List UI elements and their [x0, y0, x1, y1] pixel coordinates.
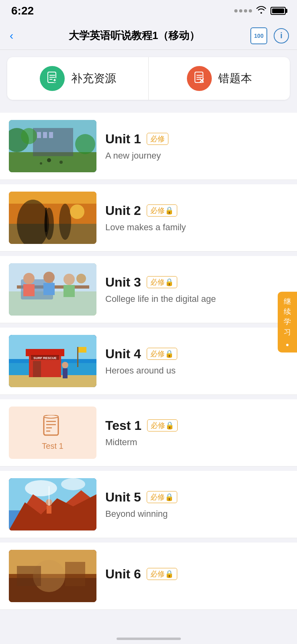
svg-point-57	[62, 362, 68, 368]
svg-rect-45	[63, 285, 75, 297]
unit5-thumbnail	[9, 478, 96, 530]
svg-point-39	[23, 273, 35, 284]
supplement-icon	[40, 66, 65, 91]
unit5-subtitle: Beyond winning	[105, 509, 168, 519]
unit6-name: Unit 6	[105, 567, 141, 582]
info-icon-label: i	[280, 31, 283, 40]
wifi-icon	[256, 6, 266, 16]
signal-dots-icon	[234, 9, 252, 12]
unit-item-unit5[interactable]: Unit 5 必修🔒 Beyond winning	[0, 471, 297, 538]
unit5-title-row: Unit 5 必修🔒	[105, 490, 288, 505]
unit3-title-row: Unit 3 必修🔒	[105, 275, 288, 290]
back-button[interactable]: ‹	[8, 26, 18, 45]
unit5-badge: 必修🔒	[147, 491, 177, 503]
unit3-thumbnail	[9, 263, 96, 316]
unit4-subtitle: Heroes around us	[105, 365, 176, 376]
status-bar: 6:22	[0, 0, 297, 22]
supplement-label: 补充资源	[71, 71, 116, 86]
continue-button[interactable]: 继续学习 ●	[278, 292, 297, 353]
unit2-title-row: Unit 2 必修🔒	[105, 203, 288, 218]
battery-icon	[270, 7, 286, 15]
info-button[interactable]: i	[274, 28, 289, 43]
svg-point-23	[47, 158, 51, 162]
test1-thumbnail: Test 1	[9, 407, 96, 459]
test1-title-row: Test 1 必修🔒	[105, 418, 288, 433]
unit-item-unit4[interactable]: SURF RESCUE Unit 4 必修🔒 Heroes around us	[0, 328, 297, 395]
continue-label: 继续学习	[284, 297, 291, 337]
unit1-title-row: Unit 1 必修	[105, 132, 288, 147]
unit2-info: Unit 2 必修🔒 Love makes a family	[96, 203, 288, 233]
unit6-badge: 必修🔒	[147, 568, 177, 580]
svg-rect-17	[37, 132, 41, 138]
svg-rect-44	[43, 283, 55, 295]
unit1-badge: 必修	[147, 133, 168, 145]
test1-info: Test 1 必修🔒 Midterm	[96, 418, 288, 448]
svg-rect-58	[63, 368, 68, 378]
unit6-title-row: Unit 6 必修🔒	[105, 567, 288, 582]
unit1-name: Unit 1	[105, 132, 141, 147]
unit4-thumbnail: SURF RESCUE	[9, 335, 96, 387]
svg-rect-56	[78, 347, 86, 353]
unit1-thumbnail	[9, 120, 96, 172]
svg-point-25	[40, 162, 42, 165]
mistakes-button[interactable]: 错题本	[149, 57, 290, 100]
unit-item-unit1[interactable]: Unit 1 必修 A new journey	[0, 113, 297, 180]
svg-point-34	[70, 204, 84, 219]
unit-item-test1[interactable]: Test 1 Test 1 必修🔒 Midterm	[0, 399, 297, 466]
svg-point-41	[63, 274, 75, 285]
test1-thumb-label: Test 1	[42, 442, 63, 451]
nav-title: 大学英语听说教程1（移动）	[18, 29, 250, 43]
supplement-icon-symbol	[46, 71, 59, 87]
svg-rect-55	[77, 347, 78, 367]
svg-rect-43	[23, 284, 35, 296]
unit3-subtitle: College life in the digital age	[105, 294, 216, 304]
test1-name: Test 1	[105, 418, 141, 433]
unit2-subtitle: Love makes a family	[105, 222, 186, 232]
svg-point-24	[59, 161, 63, 164]
unit2-name: Unit 2	[105, 203, 141, 218]
unit3-badge: 必修🔒	[147, 276, 177, 288]
score-button[interactable]: 100	[250, 27, 267, 44]
svg-point-33	[59, 204, 71, 240]
unit4-title-row: Unit 4 必修🔒	[105, 347, 288, 361]
svg-rect-52	[33, 361, 41, 377]
mistakes-icon-symbol	[193, 71, 206, 87]
svg-rect-72	[47, 506, 51, 514]
unit2-badge: 必修🔒	[147, 204, 177, 217]
unit1-subtitle: A new journey	[105, 151, 161, 161]
mistakes-icon	[187, 66, 212, 91]
unit4-info: Unit 4 必修🔒 Heroes around us	[96, 347, 288, 376]
mistakes-label: 错题本	[218, 71, 252, 86]
continue-arrow-icon: ●	[286, 341, 289, 347]
unit4-badge: 必修🔒	[147, 348, 177, 360]
unit-item-unit3[interactable]: Unit 3 必修🔒 College life in the digital a…	[0, 256, 297, 323]
supplement-button[interactable]: 补充资源	[7, 57, 149, 100]
unit-item-unit6[interactable]: Unit 6 必修🔒	[0, 543, 297, 610]
unit5-name: Unit 5	[105, 490, 141, 505]
svg-point-21	[75, 134, 95, 154]
units-list: Unit 1 必修 A new journey	[0, 109, 297, 610]
status-icons	[234, 6, 286, 16]
nav-icons: 100 i	[250, 27, 289, 44]
score-icon-label: 100	[254, 33, 263, 39]
svg-point-68	[61, 478, 85, 490]
test1-subtitle: Midterm	[105, 437, 137, 447]
svg-point-64	[44, 415, 58, 418]
unit-item-unit2[interactable]: Unit 2 必修🔒 Love makes a family	[0, 184, 297, 252]
unit5-info: Unit 5 必修🔒 Beyond winning	[96, 490, 288, 519]
svg-text:SURF RESCUE: SURF RESCUE	[33, 356, 57, 360]
unit3-name: Unit 3	[105, 275, 141, 290]
svg-point-42	[76, 274, 86, 283]
svg-rect-59	[44, 417, 58, 435]
svg-rect-78	[17, 566, 41, 586]
svg-point-32	[44, 208, 54, 240]
unit6-info: Unit 6 必修🔒	[96, 567, 288, 586]
unit1-info: Unit 1 必修 A new journey	[96, 132, 288, 161]
svg-point-40	[43, 272, 55, 283]
test1-badge: 必修🔒	[147, 419, 178, 431]
svg-rect-18	[43, 132, 47, 138]
nav-bar: ‹ 大学英语听说教程1（移动） 100 i	[0, 22, 297, 50]
svg-point-22	[21, 128, 37, 144]
status-time: 6:22	[11, 4, 34, 17]
svg-rect-79	[65, 562, 85, 586]
